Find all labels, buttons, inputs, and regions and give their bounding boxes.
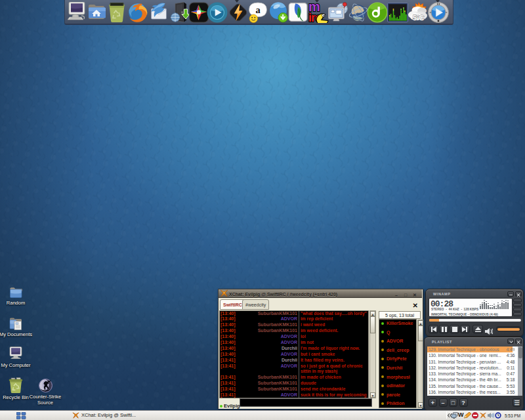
svg-text:a: a [255, 5, 260, 15]
svg-text:5°C: 5°C [413, 14, 425, 22]
